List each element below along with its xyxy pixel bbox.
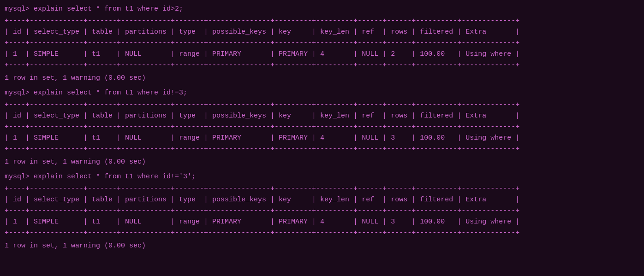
terminal-container: mysql> explain select * from t1 where id… — [5, 4, 639, 252]
result-table-2: +----+-------------+-------+------------… — [5, 183, 639, 239]
query-block-0: mysql> explain select * from t1 where id… — [5, 4, 639, 84]
result-table-1: +----+-------------+-------+------------… — [5, 100, 639, 155]
result-line-1: 1 row in set, 1 warning (0.00 sec) — [5, 157, 639, 168]
result-table-0: +----+-------------+-------+------------… — [5, 16, 639, 71]
query-block-2: mysql> explain select * from t1 where id… — [5, 171, 639, 252]
prompt-line-2: mysql> explain select * from t1 where id… — [5, 171, 639, 182]
prompt-line-0: mysql> explain select * from t1 where id… — [5, 4, 639, 15]
prompt-line-1: mysql> explain select * from t1 where id… — [5, 88, 639, 99]
result-line-0: 1 row in set, 1 warning (0.00 sec) — [5, 73, 639, 84]
query-block-1: mysql> explain select * from t1 where id… — [5, 88, 639, 168]
result-line-2: 1 row in set, 1 warning (0.00 sec) — [5, 241, 639, 252]
